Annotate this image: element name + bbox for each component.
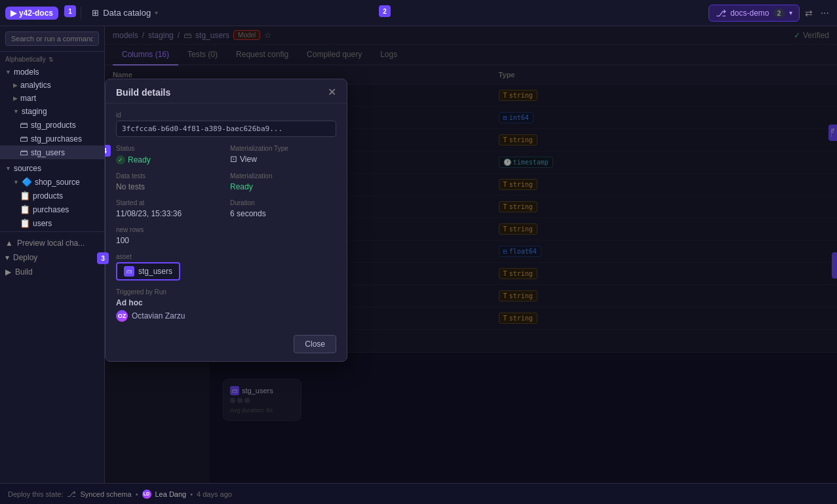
- sidebar-item-mart[interactable]: ▶ mart: [0, 92, 104, 105]
- caret-icon: ▼: [5, 165, 11, 172]
- started-at-value: 11/08/23, 15:33:36: [116, 209, 182, 218]
- trigger-user-row: OZ Octavian Zarzu: [116, 310, 336, 322]
- caret-icon: ▶: [13, 95, 18, 102]
- mat-type-value: ⊡ View: [230, 154, 257, 164]
- logo-icon: ▶: [10, 9, 16, 18]
- build-label: Build: [15, 267, 33, 277]
- sidebar-item-label: stg_products: [31, 121, 76, 130]
- app-logo[interactable]: ▶ y42-docs: [5, 7, 58, 20]
- table-icon: 🗃: [20, 120, 28, 130]
- data-tests-value: No tests: [116, 182, 145, 191]
- branch-label: docs-demo: [730, 9, 769, 18]
- more-options-icon[interactable]: ···: [818, 6, 832, 20]
- badge-2-indicator: 2: [379, 5, 391, 17]
- sidebar-build[interactable]: ▶ Build: [0, 265, 104, 279]
- sidebar-deploy[interactable]: ▾ Deploy: [0, 250, 104, 265]
- sidebar-item-sources[interactable]: ▼ sources: [0, 162, 104, 175]
- sidebar: Alphabetically ⇅ ▼ models ▶ analytics ▶ …: [0, 26, 105, 504]
- asset-label: Asset: [116, 253, 336, 260]
- sidebar-item-analytics[interactable]: ▶ analytics: [0, 79, 104, 92]
- status-label: Status: [116, 145, 222, 152]
- data-tests-field: Data tests No tests: [116, 172, 222, 191]
- asset-box[interactable]: 🗃 stg_users: [116, 262, 180, 281]
- source-icon: 🔷: [22, 177, 32, 187]
- asset-value: stg_users: [138, 267, 172, 276]
- status-value: Ready: [116, 155, 151, 165]
- triggered-label: Triggered by Run: [116, 288, 336, 296]
- id-label: Id: [116, 111, 336, 119]
- sidebar-item-label: models: [14, 68, 39, 77]
- sidebar-item-stg-users[interactable]: 🗃 stg_users: [0, 145, 104, 159]
- sort-icon: ⇅: [49, 56, 54, 63]
- chevron-down-icon: ▾: [5, 253, 9, 262]
- user-avatar: OZ: [116, 310, 128, 322]
- sync-icon: ⎇: [67, 490, 76, 499]
- data-tests-label: Data tests: [116, 172, 222, 180]
- dot-sep2: •: [190, 490, 193, 498]
- search-input[interactable]: [5, 31, 99, 46]
- sidebar-preview-local[interactable]: ▲ Preview local cha...: [0, 236, 104, 250]
- build-modal: Build details ✕ 4 Id 3fcfcca6-b6d0-4f81-…: [105, 79, 347, 362]
- close-button[interactable]: Close: [294, 335, 336, 353]
- caret-icon: ▼: [13, 108, 19, 115]
- modal-title: Build details: [116, 87, 170, 98]
- sidebar-item-users[interactable]: 📋 users: [0, 216, 104, 230]
- sidebar-item-products[interactable]: 📋 products: [0, 189, 104, 203]
- chevron-down-icon: ▾: [155, 9, 158, 16]
- sidebar-item-label: stg_users: [31, 148, 65, 157]
- sidebar-bottom: ▲ Preview local cha... ▾ Deploy ▶ Build: [0, 231, 104, 283]
- sidebar-item-label: mart: [20, 94, 36, 103]
- sidebar-item-label: analytics: [20, 81, 51, 90]
- sidebar-item-stg-products[interactable]: 🗃 stg_products: [0, 118, 104, 132]
- duration-label: Duration: [230, 199, 336, 206]
- deploy-label: Deploy: [13, 253, 37, 262]
- modal-close-button[interactable]: ✕: [328, 87, 336, 98]
- user-avatar-small: LD: [142, 490, 151, 499]
- status-field: Status Ready: [116, 145, 222, 165]
- sidebar-item-shop-source[interactable]: ▼ 🔷 shop_source: [0, 175, 104, 189]
- id-value: 3fcfcca6-b6d0-4f81-a389-baec626ba9...: [116, 121, 336, 137]
- mat-type-label: Materialization Type: [230, 145, 336, 152]
- branch-icon: ⎇: [716, 8, 726, 18]
- branch-button[interactable]: ⎇ docs-demo 2 ▾: [709, 5, 800, 22]
- table-icon: 📋: [20, 191, 30, 201]
- sidebar-item-label: purchases: [33, 205, 69, 214]
- badge-1-indicator: 1: [64, 5, 76, 17]
- trigger-user-name: Octavian Zarzu: [132, 311, 185, 320]
- sidebar-item-label: sources: [14, 164, 41, 173]
- table-icon: 📋: [20, 218, 30, 228]
- deploy-time: 4 days ago: [197, 490, 232, 498]
- badge-4: 4: [105, 145, 111, 157]
- tests-mat-row: Data tests No tests Materialization Read…: [116, 172, 336, 191]
- sidebar-item-label: products: [33, 191, 63, 201]
- duration-value: 6 seconds: [230, 209, 266, 218]
- deploy-prefix: Deploy this state:: [8, 490, 63, 498]
- materialization-field: Materialization Ready: [230, 172, 336, 191]
- badge-3: 3: [97, 252, 109, 264]
- sort-label: Alphabetically ⇅: [0, 52, 104, 64]
- modal-field-id: Id 3fcfcca6-b6d0-4f81-a389-baec626ba9...: [116, 111, 336, 137]
- modal-overlay: Build details ✕ 4 Id 3fcfcca6-b6d0-4f81-…: [105, 26, 837, 504]
- table-icon: 🗃: [20, 134, 28, 144]
- sidebar-item-staging[interactable]: ▼ staging: [0, 105, 104, 118]
- sidebar-item-stg-purchases[interactable]: 🗃 stg_purchases: [0, 132, 104, 145]
- new-rows-label: New rows: [116, 226, 336, 233]
- asset-field: Asset 🗃 stg_users: [116, 253, 336, 281]
- caret-icon: ▶: [13, 82, 18, 88]
- share-icon[interactable]: ⇄: [805, 8, 813, 18]
- caret-icon: ▼: [13, 179, 19, 185]
- chevron-down-icon: ▾: [789, 9, 792, 16]
- sidebar-section-models: ▼ models ▶ analytics ▶ mart ▼ staging 🗃 …: [0, 64, 104, 161]
- materialization-value: Ready: [230, 182, 253, 191]
- sidebar-item-models[interactable]: ▼ models: [0, 66, 104, 79]
- mat-type-field: Materialization Type ⊡ View: [230, 145, 336, 165]
- sidebar-item-label: shop_source: [35, 178, 80, 187]
- status-mat-row: Status Ready Materialization Type ⊡ View: [116, 145, 336, 165]
- modal-header: Build details ✕: [106, 79, 347, 104]
- synced-label: Synced schema: [80, 490, 131, 498]
- catalog-label: Data catalog: [103, 8, 151, 18]
- started-at-field: Started at 11/08/23, 15:33:36: [116, 199, 222, 218]
- catalog-menu[interactable]: ⊞ Data catalog ▾: [87, 5, 163, 20]
- sidebar-item-purchases[interactable]: 📋 purchases: [0, 203, 104, 216]
- table-icon: 📋: [20, 204, 30, 214]
